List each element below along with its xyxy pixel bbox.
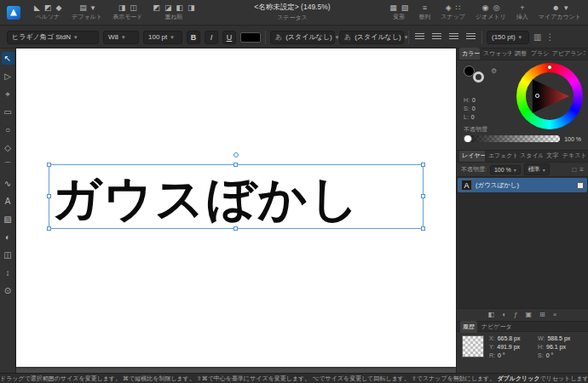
x-value-field[interactable]: 665.8 px	[498, 335, 521, 341]
lock-layer-icon[interactable]: □	[572, 166, 576, 174]
preset-grid-icon[interactable]: ▤	[79, 3, 87, 12]
persona-export-icon[interactable]: ◆	[55, 3, 61, 12]
add-layer-icon[interactable]: ⊞	[539, 309, 545, 321]
color-opacity-slider[interactable]	[464, 135, 560, 142]
saturation-lightness-marker[interactable]	[535, 94, 539, 98]
pen-tool-icon[interactable]: ⌒	[2, 159, 14, 172]
tab-styles[interactable]: スタイル	[517, 150, 543, 162]
paragraph-style-select[interactable]: あ (スタイルなし)	[339, 31, 404, 44]
app-logo-icon[interactable]	[7, 6, 20, 20]
zoom-tool-icon[interactable]: ⊙	[2, 284, 14, 297]
align-menu-icon[interactable]: ≡	[423, 3, 427, 12]
text-color-swatch[interactable]	[240, 32, 261, 43]
layer-row-selected[interactable]: A (ガウスぼかし)	[458, 178, 587, 192]
group-layers-icon[interactable]: ▣	[525, 309, 532, 321]
arrange-front-icon[interactable]: ◩	[153, 3, 161, 12]
resize-handle-top-right[interactable]	[421, 163, 425, 167]
align-left-icon[interactable]	[415, 33, 424, 41]
transform-rotate-ccw-icon[interactable]: ▦	[389, 3, 397, 12]
arrange-back-icon[interactable]: ◨	[187, 3, 195, 12]
ellipse-tool-icon[interactable]: ○	[2, 123, 14, 136]
font-weight-select[interactable]: W8	[103, 31, 139, 44]
text-tool-icon[interactable]: A	[2, 195, 14, 208]
h-value-field[interactable]: 96.1 px	[546, 344, 566, 350]
gradient-tool-icon[interactable]: ◐	[2, 231, 14, 243]
shape-tool-icon[interactable]: ◇	[2, 141, 14, 154]
leading-input[interactable]: (150 pt)	[487, 31, 529, 44]
resize-handle-bottom-right[interactable]	[421, 226, 425, 231]
selection-bounding-box[interactable]	[49, 164, 424, 229]
transform-anchor-thumbnail[interactable]	[462, 335, 484, 357]
resize-handle-bottom-center[interactable]	[233, 226, 238, 231]
canvas-area[interactable]: ガウスぼかし	[16, 49, 456, 373]
move-tool-icon[interactable]: ↖	[2, 52, 14, 65]
pencil-tool-icon[interactable]: ∿	[2, 177, 14, 190]
snap-toggle-icon[interactable]: ◈	[446, 3, 452, 12]
tab-navigator[interactable]: ナビゲータ	[479, 321, 515, 333]
tab-character[interactable]: 文字	[544, 150, 559, 162]
font-size-input[interactable]: 100 pt	[143, 31, 182, 44]
underline-button[interactable]: U	[222, 31, 236, 44]
tab-appearance[interactable]: アピアランス	[550, 48, 585, 60]
opacity-slider-knob[interactable]	[464, 135, 472, 142]
shear-value-field[interactable]: 0 °	[546, 352, 554, 358]
crop-tool-icon[interactable]: ⌖	[2, 88, 14, 100]
layer-visibility-checkbox[interactable]	[577, 182, 584, 189]
delete-layer-icon[interactable]: ×	[553, 309, 557, 321]
geometry-add-icon[interactable]: ◉	[482, 3, 489, 12]
arrange-backward-icon[interactable]: ◧	[176, 3, 184, 12]
view-mode-pixel-icon[interactable]: ◫	[130, 3, 137, 12]
arrange-forward-icon[interactable]: ◪	[164, 3, 172, 12]
tab-history[interactable]: 履歴	[460, 321, 477, 333]
resize-handle-middle-right[interactable]	[421, 194, 425, 198]
geometry-subtract-icon[interactable]: ◎	[493, 3, 499, 12]
tab-adjustment[interactable]: 調整	[512, 48, 527, 60]
rectangle-tool-icon[interactable]: ▭	[2, 106, 14, 118]
color-options-gear-icon[interactable]: ⚙	[491, 67, 497, 75]
font-family-select[interactable]: ヒラギノ角ゴ StdN	[7, 31, 99, 44]
align-right-icon[interactable]	[449, 33, 458, 41]
transform-rotate-cw-icon[interactable]: ▧	[401, 3, 409, 12]
tab-color[interactable]: カラー	[459, 48, 480, 60]
tab-layers[interactable]: レイヤー	[459, 150, 485, 162]
resize-handle-top-left[interactable]	[47, 163, 51, 167]
vector-brush-tool-icon[interactable]: ▧	[2, 213, 14, 226]
resize-handle-bottom-left[interactable]	[47, 226, 51, 231]
w-value-field[interactable]: 588.5 px	[547, 335, 570, 341]
hue-marker[interactable]	[547, 65, 552, 70]
persona-pixel-icon[interactable]: ◩	[44, 3, 52, 12]
add-adjustment-icon[interactable]: ◐	[502, 309, 506, 321]
align-justify-icon[interactable]	[466, 33, 476, 41]
y-value-field[interactable]: 491.9 px	[497, 344, 520, 350]
color-wheel[interactable]	[516, 63, 583, 129]
rotation-handle[interactable]	[233, 152, 239, 157]
blend-mode-dropdown[interactable]: 標準	[524, 163, 550, 175]
rotation-value-field[interactable]: 0 °	[498, 352, 505, 358]
align-center-icon[interactable]	[432, 33, 441, 41]
tab-swatches[interactable]: スウォッチ	[481, 48, 511, 60]
character-style-select[interactable]: あ (スタイルなし)	[270, 31, 335, 44]
stroke-color-swatch[interactable]	[473, 71, 484, 83]
snap-grid-icon[interactable]: ∷	[456, 3, 461, 12]
layers-menu-icon[interactable]: ≡	[579, 166, 584, 174]
italic-button[interactable]: I	[205, 31, 218, 44]
persona-vector-icon[interactable]: ◣	[34, 3, 40, 12]
tab-brushes[interactable]: ブラシ	[528, 48, 549, 60]
account-avatar-icon[interactable]: ☻	[551, 3, 559, 12]
layer-effects-icon[interactable]: ƒ	[514, 309, 517, 321]
pan-tool-icon[interactable]: ↕	[2, 266, 14, 279]
node-tool-icon[interactable]: ▷	[2, 70, 14, 83]
chevron-down-icon[interactable]: ▾	[564, 3, 568, 12]
view-mode-split-icon[interactable]: ◨	[118, 3, 126, 12]
typography-panel-icon[interactable]: ▥	[533, 32, 541, 42]
document-page[interactable]: ガウスぼかし	[16, 49, 456, 367]
tab-text[interactable]: テキスト	[560, 150, 585, 162]
chevron-down-icon[interactable]: ▾	[91, 3, 95, 12]
tab-effects[interactable]: エフェクト	[486, 150, 516, 162]
more-options-icon[interactable]: ⋮	[545, 32, 554, 42]
bold-button[interactable]: B	[187, 31, 200, 44]
insert-icon[interactable]: +	[520, 3, 524, 12]
layer-opacity-dropdown[interactable]: 100 %	[490, 165, 521, 174]
resize-handle-top-center[interactable]	[233, 163, 238, 167]
resize-handle-middle-left[interactable]	[47, 194, 51, 198]
